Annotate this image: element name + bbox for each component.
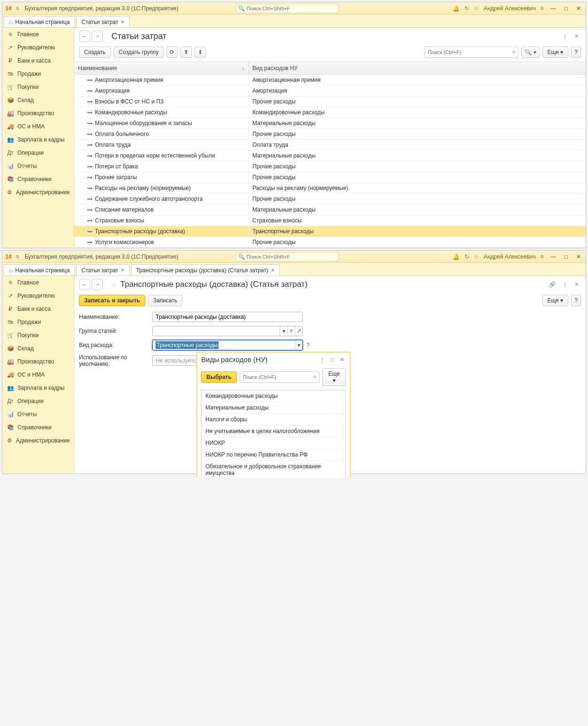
- close-icon[interactable]: ✕: [574, 5, 583, 12]
- table-row[interactable]: Командировочные расходыКомандировочные р…: [74, 107, 586, 118]
- sidebar-item[interactable]: 🏭Производство: [2, 355, 74, 368]
- tab[interactable]: Статьи затрат×: [76, 16, 129, 27]
- tab[interactable]: ⌂Начальная страница: [4, 264, 75, 276]
- tab-close-icon[interactable]: ×: [121, 19, 125, 25]
- table-row[interactable]: Малоценное оборудование и запасыМатериал…: [74, 118, 586, 129]
- table-row[interactable]: Потери в пределах норм естественной убыл…: [74, 150, 586, 161]
- popup-search[interactable]: ×: [240, 371, 320, 383]
- clear-search-icon[interactable]: ×: [509, 49, 518, 55]
- input-name[interactable]: Транспортные расходы (доставка): [152, 312, 303, 322]
- minimize-icon[interactable]: —: [549, 5, 558, 12]
- sidebar-item[interactable]: 🚚ОС и НМА: [2, 120, 74, 133]
- search-input[interactable]: [425, 49, 509, 55]
- input-kind[interactable]: Транспортные расходы ▾: [152, 340, 303, 350]
- minimize-icon[interactable]: —: [549, 253, 558, 260]
- star-icon[interactable]: ☆: [474, 253, 479, 260]
- table-row[interactable]: Списание материаловМатериальные расходы: [74, 205, 586, 215]
- sidebar-item[interactable]: 📦Склад: [2, 94, 74, 107]
- nav-forward[interactable]: →: [92, 31, 103, 42]
- popup-close-icon[interactable]: ✕: [338, 356, 346, 363]
- sidebar-item[interactable]: 👥Зарплата и кадры: [2, 133, 74, 146]
- sidebar-item[interactable]: ≡Главное: [2, 276, 74, 289]
- search-box[interactable]: ×: [424, 47, 518, 58]
- sidebar-item[interactable]: 📦Склад: [2, 342, 74, 355]
- popup-item[interactable]: Не учитываемые в целях налогообложения: [202, 426, 345, 437]
- more-button[interactable]: Еще ▾: [542, 295, 569, 306]
- input-group[interactable]: ▾ × ↗: [152, 326, 303, 336]
- maximize-icon[interactable]: □: [563, 253, 570, 260]
- select-button[interactable]: Выбрать: [201, 371, 237, 383]
- dropdown-icon[interactable]: ▾: [295, 340, 302, 350]
- maximize-icon[interactable]: □: [563, 5, 570, 12]
- sidebar-item[interactable]: 🛒Покупки: [2, 329, 74, 342]
- search-settings-icon[interactable]: 🔍 ▾: [521, 47, 539, 58]
- help-icon[interactable]: ?: [571, 295, 581, 306]
- kebab-icon[interactable]: ⋮: [560, 279, 570, 290]
- sidebar-item[interactable]: ДтОперации: [2, 146, 74, 159]
- user-label[interactable]: Андрей Алексеевич: [484, 5, 536, 12]
- sidebar-item[interactable]: 🏭Производство: [2, 107, 74, 120]
- clear-icon[interactable]: ×: [311, 374, 320, 380]
- nav-back[interactable]: ←: [79, 279, 90, 290]
- global-search[interactable]: 🔍: [235, 252, 339, 261]
- menu-lines-icon[interactable]: ≡: [541, 253, 544, 260]
- tab-close-icon[interactable]: ×: [121, 267, 125, 274]
- table-row[interactable]: Страховые взносыСтраховые взносы: [74, 215, 586, 226]
- history-icon[interactable]: ↻: [464, 253, 469, 260]
- global-search-input[interactable]: [247, 254, 337, 260]
- close-page-icon[interactable]: ✕: [572, 31, 581, 41]
- sidebar-item[interactable]: ₽Банк и касса: [2, 302, 74, 316]
- help-field-icon[interactable]: ?: [306, 342, 310, 348]
- close-page-icon[interactable]: ✕: [572, 279, 581, 290]
- global-search[interactable]: 🔍: [235, 4, 339, 13]
- clear-icon[interactable]: ×: [287, 326, 295, 336]
- more-button[interactable]: Еще ▾: [542, 47, 569, 58]
- sidebar-item[interactable]: 🛍Продажи: [2, 67, 74, 80]
- popup-max-icon[interactable]: □: [329, 356, 336, 363]
- popup-kebab-icon[interactable]: ⋮: [318, 356, 327, 363]
- favorite-star-icon[interactable]: ☆: [111, 281, 117, 288]
- sidebar-item[interactable]: 📊Отчеты: [2, 159, 74, 173]
- sidebar-item[interactable]: ≡Главное: [2, 28, 74, 41]
- tab-close-icon[interactable]: ×: [271, 267, 274, 274]
- refresh-icon[interactable]: ⟳: [166, 47, 178, 58]
- table-row[interactable]: Потери от бракаПрочие расходы: [74, 161, 586, 172]
- tab[interactable]: Статьи затрат×: [76, 264, 129, 276]
- sidebar-item[interactable]: 🚚ОС и НМА: [2, 368, 74, 381]
- save-button[interactable]: Записать: [148, 295, 182, 306]
- create-button[interactable]: Создать: [79, 47, 111, 58]
- table-row[interactable]: Прочие затратыПрочие расходы: [74, 172, 586, 183]
- save-close-button[interactable]: Записать и закрыть: [79, 295, 145, 306]
- help-icon[interactable]: ?: [571, 47, 581, 58]
- popup-search-input[interactable]: [240, 374, 311, 380]
- burger-icon[interactable]: ≡: [13, 253, 22, 260]
- sidebar-item[interactable]: 🛒Покупки: [2, 80, 74, 94]
- move-up-icon[interactable]: ⬆: [180, 47, 192, 58]
- sidebar-item[interactable]: 📚Справочники: [2, 173, 74, 186]
- sidebar-item[interactable]: 👥Зарплата и кадры: [2, 381, 74, 395]
- popup-item[interactable]: Материальные расходы: [202, 402, 345, 414]
- move-down-icon[interactable]: ⬇: [195, 47, 206, 58]
- create-group-button[interactable]: Создать группу: [114, 47, 164, 58]
- popup-item[interactable]: НИОКР по перечню Правительства РФ: [202, 449, 345, 461]
- sidebar-item[interactable]: 📊Отчеты: [2, 408, 74, 421]
- table-row[interactable]: АмортизацияАмортизация: [74, 86, 586, 96]
- open-icon[interactable]: ↗: [295, 326, 302, 336]
- popup-item[interactable]: Обязательное и добровольное страхование …: [202, 461, 345, 478]
- sidebar-item[interactable]: 📚Справочники: [2, 421, 74, 434]
- sidebar-item[interactable]: 🛍Продажи: [2, 316, 74, 329]
- menu-lines-icon[interactable]: ≡: [541, 5, 544, 12]
- popup-item[interactable]: НИОКР: [202, 437, 345, 449]
- history-icon[interactable]: ↻: [464, 5, 469, 12]
- close-icon[interactable]: ✕: [574, 253, 583, 260]
- sidebar-item[interactable]: ⚙Администрирование: [2, 434, 74, 447]
- sidebar-item[interactable]: ⚙Администрирование: [2, 186, 74, 199]
- sidebar-item[interactable]: ДтОперации: [2, 395, 74, 408]
- user-label[interactable]: Андрей Алексеевич: [484, 253, 536, 260]
- sidebar-item[interactable]: ↗Руководителю: [2, 41, 74, 54]
- popup-item[interactable]: Налоги и сборы: [202, 414, 345, 426]
- table-row[interactable]: Амортизационная премияАмортизационная пр…: [74, 75, 586, 86]
- global-search-input[interactable]: [247, 6, 337, 11]
- nav-back[interactable]: ←: [79, 31, 90, 42]
- popup-more-button[interactable]: Еще ▾: [322, 368, 346, 386]
